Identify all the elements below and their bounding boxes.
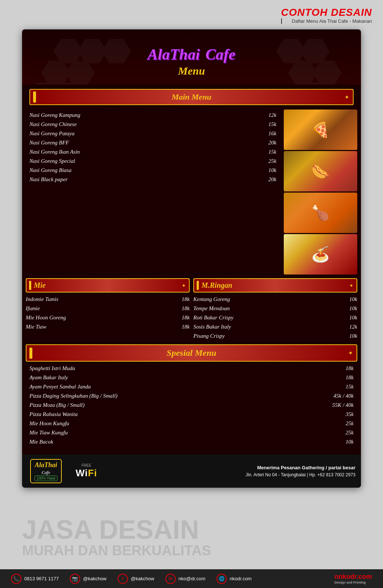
svg-marker-10 bbox=[312, 61, 341, 85]
halal-badge: 100% Halal bbox=[35, 476, 57, 481]
special-item: Mie Tiaw Kungfu25k bbox=[29, 429, 354, 437]
mringan-item: Kentang Goreng10k bbox=[193, 295, 357, 303]
special-item: Mie Bacok10k bbox=[29, 438, 354, 446]
special-item: Ayam Bakar Italy18k bbox=[29, 374, 354, 381]
mie-items: Indomie Tumis18kIfumie18kMie Hoon Goreng… bbox=[26, 295, 190, 331]
mringan-title: M.Ringan bbox=[201, 281, 232, 290]
bee-icon-special: ✦ bbox=[348, 349, 353, 356]
special-item: Spaghetti Istri Muda18k bbox=[29, 365, 354, 372]
special-items: Spaghetti Istri Muda18kAyam Bakar Italy1… bbox=[26, 365, 357, 446]
main-menu-item: Nasi Goreng Chinese15k bbox=[29, 121, 276, 128]
mringan-item: Tempe Mendoan10k bbox=[193, 305, 357, 312]
main-menu-item: Nasi Goreng Special25k bbox=[29, 157, 276, 165]
special-section: Spesial Menu ✦ Spaghetti Istri Muda18kAy… bbox=[26, 344, 357, 446]
contact-email: ✉ nko@dr.com bbox=[165, 574, 205, 584]
svg-marker-2 bbox=[102, 39, 131, 63]
footer-info: Menerima Pesanan Gathering / partai besa… bbox=[108, 464, 355, 478]
special-item: Ayam Penyet Sambal Janda15k bbox=[29, 383, 354, 391]
facebook-icon: f bbox=[118, 574, 128, 584]
wifi-free-label: FREE bbox=[82, 463, 92, 467]
footer-logo-name: AlaThai bbox=[35, 461, 57, 469]
bottom-bar: 📞 0813 9671 1177 📷 @kakchow f @kakchow ✉… bbox=[0, 569, 383, 588]
special-header: Spesial Menu ✦ bbox=[26, 344, 357, 362]
footer-logo-text: AlaThai Cafe bbox=[35, 461, 57, 476]
mringan-items: Kentang Goreng10kTempe Mendoan10kRoti Ba… bbox=[193, 295, 357, 340]
mie-item: Mie Tiaw18k bbox=[26, 323, 190, 331]
mringan-item: Roti Bakar Crispy10k bbox=[193, 314, 357, 322]
nkodr-logo: nnkodr.com Design and Printing bbox=[334, 573, 372, 584]
footer-logo-sub: Cafe bbox=[42, 470, 50, 475]
top-watermark: CONTOH DESAIN Daftar Menu Ala Thai Cafe … bbox=[281, 7, 372, 24]
main-menu-items: Nasi Goreng Kampung12kNasi Goreng Chines… bbox=[26, 110, 280, 275]
svg-marker-4 bbox=[66, 61, 95, 85]
footer-info-line2: Jln. Arteri No 04 - Tanjungbalai | Hp. +… bbox=[108, 472, 355, 478]
wifi-label: WiFi bbox=[76, 467, 97, 479]
main-menu-header: Main Menu ✦ bbox=[29, 89, 354, 105]
contact-website: 🌐 nkodr.com bbox=[216, 574, 252, 584]
contact-facebook: f @kakchow bbox=[118, 574, 154, 584]
card-body: Main Menu ✦ Nasi Goreng Kampung12kNasi G… bbox=[22, 89, 361, 451]
main-menu-item: Nasi Goreng Ikan Asin15k bbox=[29, 148, 276, 156]
contoh-desain-label: CONTOH DESAIN bbox=[281, 7, 372, 18]
bottom-watermark: JASA DESAIN MURAH DAN BERKUALITAS bbox=[22, 516, 361, 559]
murah-berkualitas-text: MURAH DAN BERKUALITAS bbox=[22, 543, 361, 559]
mie-item: Mie Hoon Goreng18k bbox=[26, 314, 190, 322]
mie-header: Mie ✦ bbox=[26, 278, 190, 293]
main-menu-title: Main Menu bbox=[172, 92, 211, 102]
facebook-handle: @kakchow bbox=[131, 576, 154, 581]
svg-marker-8 bbox=[300, 39, 329, 63]
food-image-chicken: 🍗 bbox=[284, 193, 357, 233]
food-image-pizza: 🍕 bbox=[284, 110, 357, 150]
nkodr-tag: Design and Printing bbox=[334, 581, 372, 584]
menu-card: AlaThai Cafe Menu Main Menu ✦ Nasi Goren… bbox=[22, 29, 361, 488]
footer-info-line1: Menerima Pesanan Gathering / partai besa… bbox=[257, 465, 355, 470]
main-menu-item: Nasi Goreng Kampung12k bbox=[29, 111, 276, 119]
food-images: 🍕 🌭 🍗 🍝 bbox=[284, 110, 357, 275]
jasa-desain-text: JASA DESAIN bbox=[22, 516, 361, 543]
mringan-item: Sosis Bakar Italy12k bbox=[193, 323, 357, 331]
nkodr-brand: nkodr.com bbox=[339, 573, 372, 580]
special-title: Spesial Menu bbox=[167, 348, 216, 358]
food-image-pasta: 🍝 bbox=[284, 234, 357, 275]
phone-icon: 📞 bbox=[11, 574, 21, 584]
mringan-item: Pisang Crispy10k bbox=[193, 332, 357, 340]
card-footer: AlaThai Cafe 100% Halal FREE WiFi Meneri… bbox=[22, 455, 361, 488]
card-header: AlaThai Cafe Menu bbox=[22, 29, 361, 85]
bee-icon-main: ✦ bbox=[344, 94, 349, 101]
mringan-header: M.Ringan ✦ bbox=[193, 278, 357, 293]
mringan-section: M.Ringan ✦ Kentang Goreng10kTempe Mendoa… bbox=[193, 277, 357, 341]
web-icon: 🌐 bbox=[216, 574, 227, 584]
main-menu-item: Nasi Goreng Biasa10k bbox=[29, 166, 276, 174]
main-menu-item: Nasi Goreng BFF20k bbox=[29, 139, 276, 147]
special-item: Pizza Daging Selingkuhan (Big / Small)45… bbox=[29, 392, 354, 400]
main-menu-section: Nasi Goreng Kampung12kNasi Goreng Chines… bbox=[26, 110, 357, 275]
website-url: nkodr.com bbox=[230, 576, 252, 581]
special-item: Pizza Moza (Big / Small)55K / 40k bbox=[29, 401, 354, 409]
watermark-subtitle: Daftar Menu Ala Thai Cafe - Makanan bbox=[281, 18, 372, 24]
special-item: Pizza Rahasia Wanita35k bbox=[29, 410, 354, 418]
middle-section: Mie ✦ Indomie Tumis18kIfumie18kMie Hoon … bbox=[26, 277, 357, 341]
footer-logo: AlaThai Cafe 100% Halal bbox=[28, 459, 64, 483]
mie-title: Mie bbox=[34, 281, 46, 290]
bee-icon-mie: ✦ bbox=[182, 283, 186, 288]
mie-section: Mie ✦ Indomie Tumis18kIfumie18kMie Hoon … bbox=[26, 277, 190, 341]
food-image-sausage: 🌭 bbox=[284, 151, 357, 191]
email-icon: ✉ bbox=[165, 574, 176, 584]
phone-number: 0813 9671 1177 bbox=[24, 576, 59, 581]
main-menu-item: Nasi Goreng Pataya16k bbox=[29, 130, 276, 137]
contact-instagram: 📷 @kakchow bbox=[70, 574, 107, 584]
main-menu-item: Nasi Black paper20k bbox=[29, 176, 276, 183]
instagram-handle: @kakchow bbox=[83, 576, 107, 581]
bee-icon-mringan: ✦ bbox=[349, 283, 354, 288]
instagram-icon: 📷 bbox=[70, 574, 80, 584]
contact-phone: 📞 0813 9671 1177 bbox=[11, 574, 59, 584]
mie-item: Indomie Tumis18k bbox=[26, 295, 190, 303]
wifi-badge: FREE WiFi bbox=[72, 463, 101, 479]
special-item: Mie Hoon Kungfu25k bbox=[29, 420, 354, 427]
email-address: nko@dr.com bbox=[179, 576, 205, 581]
mie-item: Ifumie18k bbox=[26, 305, 190, 312]
